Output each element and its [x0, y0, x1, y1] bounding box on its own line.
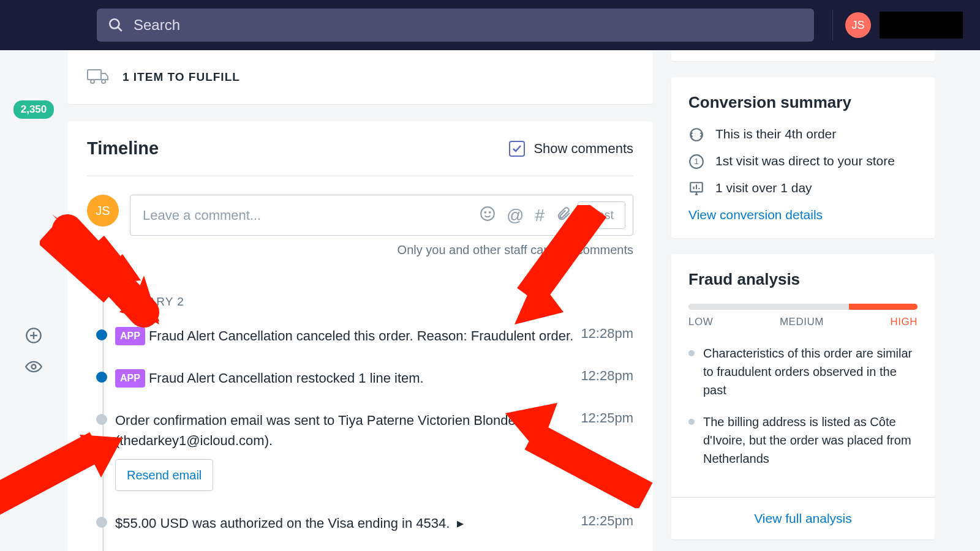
- timeline-dot: [96, 517, 107, 528]
- summary-item: This is their 4th order: [688, 127, 918, 143]
- summary-text: This is their 4th order: [715, 127, 836, 141]
- timeline-line: [102, 264, 104, 551]
- truck-icon: [87, 67, 109, 87]
- mention-icon[interactable]: @: [507, 206, 524, 225]
- svg-point-9: [481, 207, 494, 220]
- eye-icon[interactable]: [25, 358, 42, 380]
- topbar: JS: [0, 0, 980, 50]
- emoji-icon[interactable]: [480, 206, 496, 225]
- user-name-redacted: [880, 12, 963, 39]
- resend-email-button[interactable]: Resend email: [115, 459, 213, 491]
- timeline-body: JANUARY 2 APPFraud Alert Cancellation ca…: [87, 264, 633, 551]
- comment-box[interactable]: @ # Post: [130, 195, 633, 236]
- risk-fill-high: [849, 304, 918, 310]
- timeline-title: Timeline: [87, 138, 159, 159]
- add-icon[interactable]: [25, 327, 42, 348]
- svg-point-7: [91, 80, 94, 83]
- timeline-text: $55.00 USD was authorized on the Visa en…: [109, 513, 581, 533]
- fulfill-label: 1 ITEM TO FULFILL: [123, 70, 240, 84]
- fraud-bullet: The billing address is listed as Côte d'…: [688, 413, 918, 468]
- search-input[interactable]: [134, 17, 803, 34]
- fraud-bullet: Characteristics of this order are simila…: [688, 344, 918, 399]
- timeline-time: 12:25pm: [581, 410, 633, 426]
- svg-point-10: [484, 211, 486, 212]
- first-visit-icon: 1: [688, 154, 704, 170]
- svg-text:1: 1: [694, 157, 698, 166]
- conversion-link[interactable]: View conversion details: [688, 208, 823, 222]
- summary-text: 1st visit was direct to your store: [715, 154, 895, 168]
- timeline-text: APPFraud Alert Cancellation restocked 1 …: [109, 368, 581, 388]
- timeline-item: APPFraud Alert Cancellation restocked 1 …: [109, 368, 633, 410]
- fraud-title: Fraud analysis: [688, 270, 918, 289]
- bullet-dot-icon: [688, 350, 695, 356]
- repeat-icon: [688, 127, 704, 143]
- show-comments-toggle[interactable]: Show comments: [509, 141, 633, 157]
- svg-line-1: [118, 27, 122, 31]
- risk-bar: [688, 304, 918, 310]
- bullet-dot-icon: [688, 419, 695, 425]
- timeline-time: 12:28pm: [581, 368, 633, 384]
- hashtag-icon[interactable]: #: [535, 206, 545, 225]
- timeline-text: Order confirmation email was sent to Tiy…: [109, 410, 581, 491]
- timeline-card: Timeline Show comments JS: [67, 121, 653, 551]
- svg-point-11: [489, 211, 491, 212]
- timeline-item: $55.00 USD was authorized on the Visa en…: [109, 513, 633, 551]
- timeline-item: Order confirmation email was sent to Tiy…: [109, 410, 633, 513]
- risk-low: LOW: [688, 316, 713, 328]
- search-icon: [108, 17, 124, 33]
- risk-high: HIGH: [891, 316, 918, 328]
- timeline-dot: [96, 372, 107, 383]
- user-avatar[interactable]: JS: [845, 12, 871, 38]
- main-column: 1 ITEM TO FULFILL Timeline Show comments…: [67, 50, 671, 551]
- sidebar-card-stub: [671, 50, 935, 61]
- divider: [832, 10, 833, 40]
- risk-labels: LOW MEDIUM HIGH: [688, 316, 918, 328]
- timeline-text: APPFraud Alert Cancellation canceled thi…: [109, 326, 581, 346]
- timeline-time: 12:25pm: [581, 513, 633, 529]
- topbar-right: JS: [829, 10, 963, 40]
- show-comments-label: Show comments: [533, 141, 633, 157]
- comment-avatar: JS: [87, 195, 119, 227]
- fraud-card: Fraud analysis LOW MEDIUM HIGH Character…: [671, 254, 935, 539]
- sidebar: Conversion summary This is their 4th ord…: [671, 50, 947, 551]
- summary-item: 1 1st visit was direct to your store: [688, 154, 918, 170]
- timeline-dot: [96, 414, 107, 425]
- left-rail: 2,350: [0, 50, 67, 551]
- svg-point-5: [32, 365, 36, 369]
- chart-icon: [688, 181, 704, 197]
- summary-text: 1 visit over 1 day: [715, 181, 812, 195]
- search-box[interactable]: [97, 9, 814, 42]
- timeline-date: JANUARY 2: [109, 295, 633, 326]
- risk-medium: MEDIUM: [780, 316, 824, 328]
- caret-right-icon[interactable]: ▸: [453, 515, 464, 531]
- svg-rect-6: [88, 70, 101, 80]
- summary-item: 1 visit over 1 day: [688, 181, 918, 197]
- conversion-card: Conversion summary This is their 4th ord…: [671, 77, 935, 238]
- app-tag: APP: [115, 327, 145, 345]
- post-button[interactable]: Post: [578, 201, 625, 229]
- attach-icon[interactable]: [556, 206, 571, 225]
- timeline-item: APPFraud Alert Cancellation canceled thi…: [109, 326, 633, 368]
- fulfill-card: 1 ITEM TO FULFILL: [67, 50, 653, 104]
- conversion-title: Conversion summary: [688, 93, 918, 112]
- checkbox-checked-icon: [509, 141, 525, 157]
- svg-point-0: [110, 19, 119, 28]
- fraud-bullet-text: The billing address is listed as Côte d'…: [703, 413, 918, 468]
- timeline-time: 12:28pm: [581, 326, 633, 342]
- comment-input[interactable]: [143, 208, 473, 223]
- orders-count-badge[interactable]: 2,350: [13, 100, 55, 119]
- app-tag: APP: [115, 369, 145, 388]
- svg-point-8: [102, 80, 105, 83]
- fraud-link[interactable]: View full analysis: [754, 511, 852, 525]
- fraud-bullet-text: Characteristics of this order are simila…: [703, 344, 918, 399]
- timeline-dot: [96, 329, 107, 340]
- comment-note: Only you and other staff can see comment…: [130, 236, 633, 257]
